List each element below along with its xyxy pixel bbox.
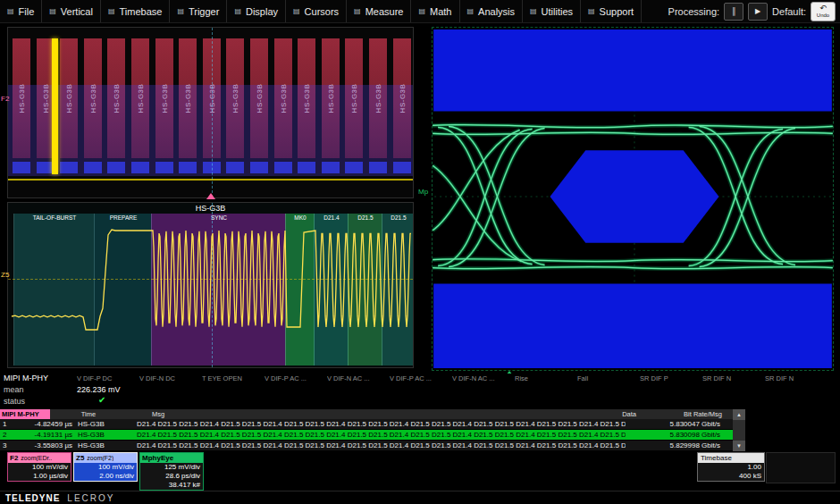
- measure-column[interactable]: SR DIF N: [765, 374, 827, 382]
- menu-item-vertical[interactable]: ▤Vertical: [42, 0, 101, 22]
- table-corner-label[interactable]: MIPI M-PHY: [0, 409, 50, 419]
- table-row-selected[interactable]: 2 -4.19131 µs HS-G3B D21.4 D21.5 D21.5 D…: [0, 430, 733, 441]
- decoder-overlay: [8, 85, 413, 176]
- timebase-extra-panel[interactable]: [766, 452, 836, 483]
- pause-icon: ║: [731, 7, 736, 15]
- z5-waveform: [8, 203, 414, 368]
- menu-label: Vertical: [61, 6, 93, 17]
- row-time: -3.55803 µs: [15, 441, 72, 449]
- channel-label-mp: Mp: [418, 188, 428, 196]
- measure-column[interactable]: V DIF-N DC: [139, 374, 202, 382]
- measure-column[interactable]: SR DIF P: [640, 374, 702, 382]
- col-header-time[interactable]: Time: [50, 410, 127, 418]
- menu-item-measure[interactable]: ▤Measure: [347, 0, 411, 22]
- menu-bar: ▤File ▤Vertical ▤Timebase ▤Trigger ▤Disp…: [0, 0, 840, 23]
- pause-button[interactable]: ║: [724, 3, 743, 21]
- measure-mean-label: mean: [4, 385, 24, 394]
- menu-label: Support: [600, 6, 634, 17]
- decode-table: MIPI M-PHY Time Msg Data Bit Rate/Msg 1 …: [0, 409, 733, 451]
- undo-label: Undo: [817, 13, 829, 18]
- burst-overview-panel[interactable]: HS-G3BHS-G3BHS-G3BHS-G3BHS-G3BHS-G3BHS-G…: [7, 27, 414, 198]
- table-row[interactable]: 3 -3.55803 µs HS-G3B D21.4 D21.5 D21.5 D…: [0, 441, 733, 451]
- row-burst-type: HS-G3B: [72, 441, 130, 449]
- scroll-down-icon[interactable]: ▼: [733, 441, 745, 451]
- measure-column[interactable]: V DIF-N AC ...: [452, 374, 515, 382]
- measure-group-label: MIPI M-PHY: [4, 374, 48, 382]
- footer-bar: TELEDYNE LECROY: [0, 491, 840, 504]
- menu-item-cursors[interactable]: ▤Cursors: [286, 0, 347, 22]
- menu-icon: ▤: [418, 7, 425, 15]
- play-button[interactable]: ▶: [748, 3, 768, 21]
- measurement-strip: MIPI M-PHY mean status V DIF-P DC V DIF-…: [0, 374, 840, 409]
- row-msg: D21.4 D21.5 D21.5 D21.4 D21.5 D21.5 D21.…: [130, 441, 626, 449]
- undo-icon: ↶: [819, 4, 827, 13]
- decode-table-header: MIPI M-PHY Time Msg Data Bit Rate/Msg: [0, 409, 733, 419]
- menu-icon: ▤: [7, 7, 14, 15]
- default-label: Default:: [772, 6, 806, 17]
- descriptor-source: zoom(EDr..: [21, 455, 52, 461]
- menu-icon: ▤: [588, 7, 595, 15]
- col-header-bitrate[interactable]: Bit Rate/Msg: [636, 410, 733, 418]
- menu-item-analysis[interactable]: ▤Analysis: [460, 0, 524, 22]
- menu-item-timebase[interactable]: ▤Timebase: [101, 0, 170, 22]
- menu-icon: ▤: [354, 7, 361, 15]
- descriptor-count: 38.417 k#: [140, 481, 203, 490]
- zoom-panel[interactable]: TAIL-OF-BURST PREPARE SYNC MK0 D21.4 D21…: [7, 202, 414, 368]
- menu-icon: ▤: [234, 7, 241, 15]
- measure-status-label: status: [4, 397, 25, 406]
- col-header-data[interactable]: Data: [583, 410, 636, 418]
- measure-column[interactable]: Fall: [577, 374, 640, 382]
- zoom-region-highlight[interactable]: [52, 38, 58, 174]
- descriptor-id: F2: [10, 454, 18, 462]
- menu-label: Timebase: [120, 6, 163, 17]
- row-bitrate: 5.829998 Gbit/s: [626, 441, 733, 449]
- eye-diagram: [433, 28, 833, 370]
- menu-label: Cursors: [305, 6, 340, 17]
- scroll-up-icon[interactable]: ▲: [733, 409, 745, 420]
- menu-icon: ▤: [293, 7, 300, 15]
- timebase-panel[interactable]: Timebase 1.00 400 kS: [697, 452, 765, 482]
- trigger-position-marker: [206, 193, 215, 199]
- menu-item-display[interactable]: ▤Display: [227, 0, 286, 22]
- measure-column[interactable]: Rise: [515, 374, 577, 382]
- menu-item-support[interactable]: ▤Support: [581, 0, 642, 22]
- col-header-msg[interactable]: Msg: [127, 410, 583, 418]
- timebase-scale: 1.00: [698, 463, 764, 472]
- center-cursor-line: [212, 28, 213, 197]
- row-time: -4.82459 µs: [15, 420, 72, 428]
- menu-label: Trigger: [189, 6, 219, 17]
- row-bitrate: 5.830098 Gbit/s: [626, 431, 733, 439]
- measure-column[interactable]: V DIF-P AC ...: [265, 374, 327, 382]
- menu-item-math[interactable]: ▤Math: [411, 0, 459, 22]
- menu-icon: ▤: [530, 7, 537, 15]
- table-scrollbar[interactable]: ▲ ▼: [733, 409, 745, 451]
- descriptor-f2[interactable]: F2zoom(EDr.. 100 mV/div 1.00 µs/div: [7, 452, 71, 482]
- menu-item-trigger[interactable]: ▤Trigger: [170, 0, 227, 22]
- table-row[interactable]: 1 -4.82459 µs HS-G3B D21.4 D21.5 D21.5 D…: [0, 419, 733, 430]
- channel-label-f2: F2: [1, 95, 9, 103]
- timebase-title: Timebase: [698, 453, 764, 463]
- descriptor-z5[interactable]: Z5zoom(F2) 100 mV/div 2.00 ns/div: [73, 452, 138, 482]
- f2-trace-baseline: [8, 179, 413, 181]
- descriptor-vscale: 100 mV/div: [74, 463, 137, 472]
- timebase-samples: 400 kS: [698, 472, 764, 481]
- measure-column[interactable]: T EYE OPEN: [202, 374, 265, 382]
- eye-mask-bottom: [433, 284, 832, 369]
- menu-icon: ▤: [49, 7, 56, 15]
- brand-logo: TELEDYNE: [5, 493, 60, 503]
- menu-item-utilities[interactable]: ▤Utilities: [523, 0, 581, 22]
- measure-column[interactable]: V DIF-P DC: [77, 374, 139, 382]
- descriptor-hscale: 2.00 ns/div: [74, 472, 137, 481]
- status-pass-icon: ✔: [98, 395, 105, 405]
- descriptor-mphyeye[interactable]: MphyEye 125 mV/div 28.6 ps/div 38.417 k#: [139, 452, 204, 491]
- measure-column[interactable]: V DIF-N AC ...: [327, 374, 390, 382]
- measure-column[interactable]: SR DIF N: [702, 374, 765, 382]
- undo-button[interactable]: ↶ Undo: [811, 2, 836, 21]
- menu-item-file[interactable]: ▤File: [0, 0, 42, 22]
- menu-label: Math: [430, 6, 451, 17]
- measure-column[interactable]: V DIF-P AC ...: [390, 374, 452, 382]
- row-number: 3: [0, 441, 15, 449]
- eye-diagram-panel[interactable]: [432, 27, 834, 371]
- row-time: -4.19131 µs: [15, 431, 72, 439]
- row-msg: D21.4 D21.5 D21.5 D21.4 D21.5 D21.5 D21.…: [130, 420, 626, 428]
